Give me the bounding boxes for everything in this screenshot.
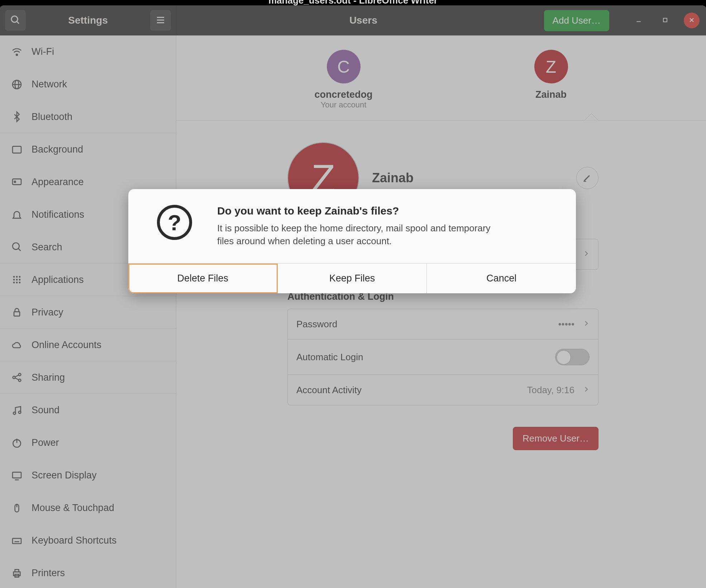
delete-files-button[interactable]: Delete Files <box>128 264 278 293</box>
delete-user-dialog: ? Do you want to keep Zainab's files? It… <box>128 189 576 293</box>
dialog-description: It is possible to keep the home director… <box>217 222 493 247</box>
settings-window: Settings Users Add User… Wi-Fi Network B… <box>0 5 706 588</box>
question-icon: ? <box>157 205 192 247</box>
dialog-title: Do you want to keep Zainab's files? <box>217 205 558 217</box>
modal-overlay: ? Do you want to keep Zainab's files? It… <box>0 5 706 588</box>
cancel-button[interactable]: Cancel <box>427 264 576 293</box>
keep-files-button[interactable]: Keep Files <box>278 264 427 293</box>
